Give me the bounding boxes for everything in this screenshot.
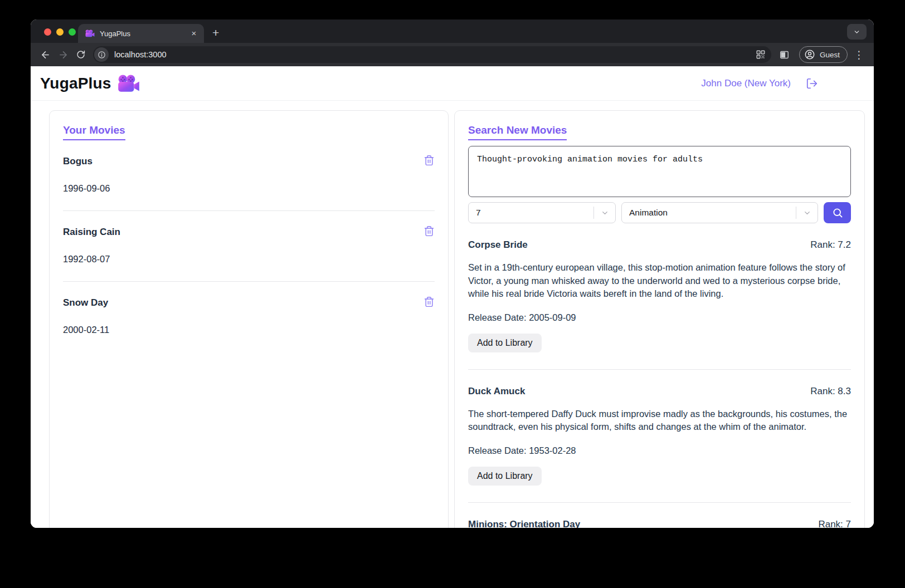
result-rank: Rank: 7.2 — [810, 239, 851, 251]
close-tab-icon[interactable]: × — [188, 28, 200, 39]
logout-icon — [806, 77, 818, 90]
movie-release-date: 1992-08-07 — [63, 254, 435, 264]
movie-title: Bogus — [63, 156, 93, 167]
movie-camera-favicon — [85, 30, 95, 37]
logout-button[interactable] — [806, 77, 818, 90]
search-movies-card: Search New Movies Thought-provoking anim… — [454, 110, 865, 528]
forward-arrow-icon — [58, 50, 69, 60]
search-icon — [832, 207, 843, 218]
library-movie-row: Snow Day 2000-02-11 — [63, 282, 435, 352]
new-tab-button[interactable]: + — [212, 27, 219, 38]
qr-code-icon — [756, 50, 766, 60]
site-info-button[interactable] — [94, 47, 109, 62]
search-result: Minions: Orientation Day Rank: 7 With so… — [468, 503, 851, 528]
result-title: Minions: Orientation Day — [468, 519, 580, 528]
side-panel-icon — [779, 50, 790, 60]
site-title: YugaPlus — [40, 75, 111, 92]
your-movies-title: Your Movies — [63, 124, 125, 140]
genre-select[interactable]: Animation — [621, 202, 818, 223]
trash-icon — [424, 226, 435, 237]
result-description: The short-tempered Daffy Duck must impro… — [468, 408, 851, 434]
info-icon — [98, 51, 106, 59]
browser-window: YugaPlus × + localhost:3000 — [31, 19, 874, 528]
reload-button[interactable] — [72, 46, 90, 63]
movie-release-date: 1996-09-06 — [63, 183, 435, 194]
reload-icon — [76, 50, 86, 60]
library-movie-row: Raising Cain 1992-08-07 — [63, 211, 435, 282]
result-release-date: Release Date: 2005-09-09 — [468, 312, 851, 323]
delete-movie-button[interactable] — [424, 226, 435, 237]
browser-toolbar: localhost:3000 Guest ⋮ — [31, 43, 874, 66]
url-text[interactable]: localhost:3000 — [114, 50, 756, 59]
delete-movie-button[interactable] — [424, 155, 435, 166]
result-rank: Rank: 8.3 — [810, 386, 851, 397]
browser-tab[interactable]: YugaPlus × — [78, 24, 204, 43]
movie-release-date: 2000-02-11 — [63, 325, 435, 335]
rank-select[interactable]: 7 — [468, 202, 616, 223]
profile-name: Guest — [820, 51, 840, 59]
trash-icon — [424, 155, 435, 166]
minimize-window-button[interactable] — [56, 28, 64, 36]
close-window-button[interactable] — [44, 28, 51, 36]
search-query-input[interactable]: Thought-provoking animation movies for a… — [468, 146, 851, 197]
side-panel-button[interactable] — [776, 46, 794, 63]
delete-movie-button[interactable] — [424, 296, 435, 307]
library-movie-row: Bogus 1996-09-06 — [63, 140, 435, 211]
user-name-link[interactable]: John Doe (New York) — [701, 78, 791, 89]
chevron-down-icon — [796, 209, 818, 217]
search-controls: 7 Animation — [468, 202, 851, 223]
genre-select-value: Animation — [629, 208, 796, 218]
add-to-library-button[interactable]: Add to Library — [468, 334, 542, 352]
movie-title: Raising Cain — [63, 227, 120, 238]
result-title: Corpse Bride — [468, 239, 528, 251]
result-title: Duck Amuck — [468, 386, 525, 397]
address-bar[interactable]: localhost:3000 — [93, 46, 771, 63]
result-release-date: Release Date: 1953-02-28 — [468, 445, 851, 456]
search-result: Corpse Bride Rank: 7.2 Set in a 19th-cen… — [468, 223, 851, 370]
browser-menu-button[interactable]: ⋮ — [850, 50, 868, 60]
movie-title: Snow Day — [63, 297, 108, 308]
search-movies-title: Search New Movies — [468, 124, 567, 140]
add-to-library-button[interactable]: Add to Library — [468, 467, 542, 486]
back-button[interactable] — [36, 46, 54, 63]
back-arrow-icon — [40, 50, 51, 60]
movie-camera-logo-icon — [118, 75, 140, 92]
search-button[interactable] — [824, 202, 851, 223]
fullscreen-window-button[interactable] — [69, 28, 76, 36]
window-controls — [44, 28, 76, 36]
profile-button[interactable]: Guest — [799, 46, 848, 63]
search-result: Duck Amuck Rank: 8.3 The short-tempered … — [468, 370, 851, 503]
rank-select-value: 7 — [476, 208, 593, 218]
result-rank: Rank: 7 — [818, 519, 851, 528]
forward-button[interactable] — [54, 46, 72, 63]
create-qr-code-button[interactable] — [756, 50, 766, 60]
chevron-down-icon — [853, 28, 860, 36]
chevron-down-icon — [594, 209, 615, 217]
result-description: Set in a 19th-century european village, … — [468, 261, 851, 301]
site-header: YugaPlus John Doe (New York) — [31, 66, 874, 101]
tab-list-chevron-button[interactable] — [847, 24, 867, 40]
browser-tab-strip: YugaPlus × + — [31, 19, 874, 43]
main-content: Your Movies Bogus 1996-09-06 Ra — [31, 101, 874, 528]
your-movies-card: Your Movies Bogus 1996-09-06 Ra — [49, 110, 449, 528]
trash-icon — [424, 296, 435, 307]
user-avatar-icon — [804, 49, 815, 60]
yugaplus-page: YugaPlus John Doe (New York) — [31, 66, 874, 528]
tab-title: YugaPlus — [100, 30, 183, 38]
search-results: Corpse Bride Rank: 7.2 Set in a 19th-cen… — [468, 223, 851, 528]
